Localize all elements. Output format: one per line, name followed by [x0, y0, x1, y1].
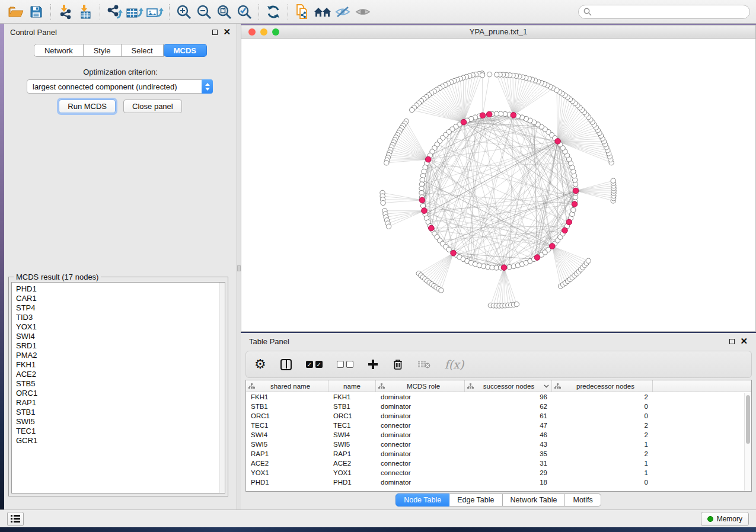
- memory-button[interactable]: Memory: [701, 512, 749, 526]
- zoom-selected-button[interactable]: [234, 3, 254, 21]
- open-file-button[interactable]: [6, 3, 26, 21]
- mcds-result-item[interactable]: STB1: [16, 408, 225, 417]
- settings-gear-icon[interactable]: ⚙: [254, 358, 266, 371]
- search-input[interactable]: [595, 8, 745, 16]
- table-row[interactable]: FKH1FKH1dominator962: [246, 392, 751, 402]
- close-panel-icon[interactable]: ✕: [740, 338, 748, 344]
- column-header-shared-name[interactable]: shared name: [246, 380, 328, 392]
- column-header-MCDS-role[interactable]: MCDS role: [376, 380, 465, 392]
- table-cell: dominator: [376, 412, 465, 419]
- network-canvas[interactable]: [241, 39, 756, 332]
- export-table-button[interactable]: [125, 3, 145, 21]
- table-cell: 43: [465, 441, 552, 448]
- tab-motifs[interactable]: Motifs: [565, 493, 601, 507]
- mcds-result-item[interactable]: TID3: [16, 313, 225, 322]
- network-window-titlebar[interactable]: YPA_prune.txt_1: [241, 25, 756, 39]
- node-table[interactable]: shared namenameMCDS rolesuccessor nodesp…: [245, 380, 752, 492]
- table-cell: YOX1: [328, 469, 376, 476]
- import-network-button[interactable]: [55, 3, 75, 21]
- clone-network-button[interactable]: [292, 3, 312, 21]
- tab-mcds[interactable]: MCDS: [164, 44, 207, 57]
- show-panels-button[interactable]: [7, 512, 24, 526]
- save-session-button[interactable]: [26, 3, 46, 21]
- mcds-result-item[interactable]: RAP1: [16, 398, 225, 408]
- mcds-result-item[interactable]: SRD1: [16, 341, 225, 351]
- table-scrollbar[interactable]: [744, 393, 751, 491]
- maximize-window-icon[interactable]: [272, 28, 279, 36]
- float-panel-icon[interactable]: [729, 339, 735, 344]
- table-row[interactable]: YOX1YOX1connector291: [246, 468, 751, 477]
- tab-node-table[interactable]: Node Table: [395, 493, 449, 507]
- zoom-out-button[interactable]: [194, 3, 214, 21]
- table-panel: Table Panel ✕ ⚙ ✓✓ f(x) shared namenameM…: [241, 333, 756, 509]
- delete-column-icon[interactable]: [393, 358, 403, 370]
- toolbar-separator: [100, 4, 100, 20]
- table-scrollbar-thumb[interactable]: [746, 395, 750, 444]
- mcds-result-item[interactable]: YOX1: [16, 322, 225, 332]
- table-row[interactable]: SWI5SWI5connector431: [246, 440, 751, 449]
- table-cell: STB1: [246, 403, 328, 410]
- refresh-button[interactable]: [263, 3, 283, 21]
- mcds-result-scrollbar[interactable]: [219, 283, 225, 493]
- toolbar-separator: [50, 4, 51, 20]
- minimize-window-icon[interactable]: [260, 28, 267, 36]
- table-row[interactable]: ORC1ORC1dominator610: [246, 411, 751, 421]
- table-row[interactable]: ACE2ACE2connector311: [246, 459, 751, 468]
- tab-edge-table[interactable]: Edge Table: [449, 493, 502, 507]
- mcds-result-item[interactable]: ACE2: [16, 370, 225, 379]
- column-header-predecessor-nodes[interactable]: predecessor nodes: [552, 380, 653, 392]
- tab-select[interactable]: Select: [122, 44, 164, 57]
- mcds-result-item[interactable]: TEC1: [16, 427, 225, 436]
- mcds-result-list[interactable]: PHD1CAR1STP4TID3YOX1SWI4SRD1PMA2FKH1ACE2…: [11, 282, 225, 493]
- mcds-result-item[interactable]: ORC1: [16, 389, 225, 398]
- hide-selected-button[interactable]: [333, 3, 353, 21]
- mcds-result-item[interactable]: STP4: [16, 303, 225, 313]
- toolbar-separator: [288, 4, 288, 20]
- mcds-result-item[interactable]: CAR1: [16, 294, 225, 303]
- zoom-fit-button[interactable]: [214, 3, 234, 21]
- table-row[interactable]: TEC1TEC1connector472: [246, 421, 751, 430]
- mcds-result-item[interactable]: STB5: [16, 379, 225, 389]
- tab-style[interactable]: Style: [84, 44, 122, 57]
- table-row[interactable]: STB1STB1dominator620: [246, 402, 751, 411]
- tab-network[interactable]: Network: [34, 44, 84, 57]
- export-network-button[interactable]: [104, 3, 125, 21]
- mcds-result-item[interactable]: SWI4: [16, 332, 225, 341]
- close-panel-button[interactable]: Close panel: [123, 100, 182, 113]
- table-cell: dominator: [376, 431, 465, 438]
- export-image-button[interactable]: [145, 3, 165, 21]
- mcds-result-item[interactable]: FKH1: [16, 360, 225, 370]
- import-table-button[interactable]: [75, 3, 95, 21]
- dropdown-stepper-icon: [202, 79, 213, 94]
- table-cell: SWI5: [328, 441, 376, 448]
- close-panel-icon[interactable]: ✕: [223, 29, 231, 35]
- mcds-result-item[interactable]: SWI5: [16, 417, 225, 427]
- column-header-name[interactable]: name: [328, 380, 376, 392]
- mcds-result-item[interactable]: PHD1: [16, 284, 225, 294]
- column-header-successor-nodes[interactable]: successor nodes: [465, 380, 552, 392]
- status-bar: Memory: [0, 509, 756, 527]
- add-column-icon[interactable]: [368, 359, 378, 370]
- table-cell: connector: [376, 460, 465, 467]
- table-row[interactable]: RAP1RAP1dominator352: [246, 449, 751, 459]
- run-mcds-button[interactable]: Run MCDS: [59, 100, 116, 113]
- first-neighbors-button[interactable]: [312, 3, 333, 21]
- search-icon: [583, 8, 592, 16]
- delete-table-icon: [417, 360, 430, 369]
- table-cell: ORC1: [246, 412, 328, 419]
- table-row[interactable]: PHD1PHD1dominator180: [246, 477, 751, 487]
- zoom-in-button[interactable]: [174, 3, 194, 21]
- tab-network-table[interactable]: Network Table: [503, 493, 566, 507]
- close-window-icon[interactable]: [248, 28, 256, 36]
- search-box[interactable]: [578, 5, 750, 19]
- table-row[interactable]: SWI4SWI4dominator462: [246, 430, 751, 440]
- deselect-all-icon[interactable]: [337, 361, 353, 368]
- float-panel-icon[interactable]: [212, 30, 218, 35]
- column-layout-icon[interactable]: [280, 359, 292, 370]
- optimization-criterion-select[interactable]: largest connected component (undirected): [27, 79, 213, 94]
- show-all-button[interactable]: [353, 3, 373, 21]
- mcds-result-item[interactable]: PMA2: [16, 351, 225, 360]
- select-all-icon[interactable]: ✓✓: [306, 361, 323, 368]
- mcds-result-item[interactable]: GCR1: [16, 436, 225, 446]
- table-cell: dominator: [376, 393, 465, 400]
